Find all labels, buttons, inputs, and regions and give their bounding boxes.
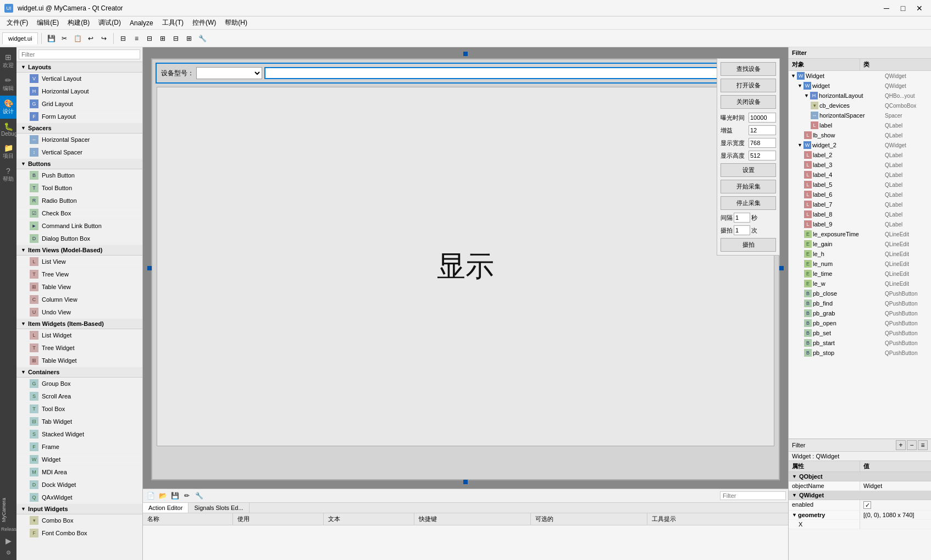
toolbar-copy-btn[interactable]: 📋 xyxy=(71,32,84,45)
obj-row-label8[interactable]: L label_8 QLabel xyxy=(789,209,931,219)
maximize-button[interactable]: □ xyxy=(896,3,910,14)
action-new-btn[interactable]: 📄 xyxy=(145,490,156,501)
prop-value-enabled[interactable]: ✓ xyxy=(860,500,931,510)
widget-command-link-button[interactable]: ► Command Link Button xyxy=(16,220,142,232)
widget-horizontal-spacer[interactable]: ↔ Horizontal Spacer xyxy=(16,134,142,146)
widget-tree-widget[interactable]: T Tree Widget xyxy=(16,342,142,354)
sidebar-build-run[interactable]: ⚙ xyxy=(0,547,16,558)
section-qwidget[interactable]: ▼ QWidget xyxy=(789,491,931,500)
toolbar-align-left[interactable]: ⊟ xyxy=(117,32,129,45)
obj-row-label2[interactable]: L label_2 QLabel xyxy=(789,150,931,160)
tab-signals-slots[interactable]: Signals Slots Ed... xyxy=(189,503,249,513)
obj-row-le-w[interactable]: E le_w QLineEdit xyxy=(789,279,931,289)
close-button[interactable]: ✕ xyxy=(912,3,927,14)
toolbar-preview[interactable]: ⊞ xyxy=(183,32,195,45)
widget-form-layout[interactable]: F Form Layout xyxy=(16,110,142,123)
snapshot-button[interactable]: 摄拍 xyxy=(721,238,776,252)
props-remove-button[interactable]: − xyxy=(907,440,917,450)
toolbar-align-center[interactable]: ≡ xyxy=(130,32,142,45)
obj-row-le-h[interactable]: E le_h QLineEdit xyxy=(789,249,931,259)
display-width-input[interactable] xyxy=(749,138,776,148)
obj-row-widget-child[interactable]: ▼ W widget QWidget xyxy=(789,81,931,91)
menu-tools[interactable]: 工具(T) xyxy=(158,17,188,29)
menu-build[interactable]: 构建(B) xyxy=(63,17,94,29)
menu-file[interactable]: 文件(F) xyxy=(2,17,32,29)
obj-row-widget2[interactable]: ▼ W widget_2 QWidget xyxy=(789,140,931,150)
minimize-button[interactable]: ─ xyxy=(879,3,894,14)
obj-row-widget[interactable]: ▼ W Widget QWidget xyxy=(789,71,931,81)
obj-row-hlayout[interactable]: ▼ H horizontalLayout QHBo...yout xyxy=(789,91,931,101)
widget-tool-box[interactable]: T Tool Box xyxy=(16,403,142,415)
toolbar-undo-btn[interactable]: ↩ xyxy=(85,32,97,45)
widget-check-box[interactable]: ☑ Check Box xyxy=(16,207,142,220)
widget-undo-view[interactable]: U Undo View xyxy=(16,306,142,319)
widget-tool-button[interactable]: T Tool Button xyxy=(16,182,142,195)
section-qobject[interactable]: ▼ QObject xyxy=(789,472,931,481)
widget-list-view[interactable]: L List View xyxy=(16,256,142,268)
obj-row-pb-set[interactable]: B pb_set QPushButton xyxy=(789,328,931,338)
device-lineedit[interactable] xyxy=(264,67,770,79)
action-open-btn[interactable]: 📂 xyxy=(157,490,168,501)
obj-row-label3[interactable]: L label_3 QLabel xyxy=(789,160,931,170)
toolbar-cut-btn[interactable]: ✂ xyxy=(58,32,70,45)
obj-row-label4[interactable]: L label_4 QLabel xyxy=(789,170,931,180)
action-save-btn[interactable]: 💾 xyxy=(169,490,180,501)
action-filter-input[interactable] xyxy=(720,491,786,500)
stop-capture-button[interactable]: 停止采集 xyxy=(721,196,776,210)
obj-row-le-gain[interactable]: E le_gain QLineEdit xyxy=(789,239,931,249)
form-canvas[interactable]: 设备型号： 显示 xyxy=(151,58,780,480)
widget-tab-widget[interactable]: ⊟ Tab Widget xyxy=(16,415,142,428)
sidebar-mycamera[interactable]: MyCamera xyxy=(0,496,16,524)
sidebar-debug[interactable]: 🐛Debug xyxy=(0,119,16,140)
snapshot-count-input[interactable] xyxy=(734,225,750,235)
menu-analyze[interactable]: Analyze xyxy=(125,18,158,28)
obj-row-hspacer[interactable]: ↔ horizontalSpacer Spacer xyxy=(789,110,931,120)
toolbar-save-btn[interactable]: 💾 xyxy=(45,32,57,45)
exposure-time-input[interactable] xyxy=(749,113,776,123)
widget-table-view[interactable]: ⊞ Table View xyxy=(16,281,142,293)
obj-row-label6[interactable]: L label_6 QLabel xyxy=(789,190,931,199)
prop-value-objectname[interactable]: Widget xyxy=(860,481,931,490)
category-spacers[interactable]: Spacers xyxy=(16,123,142,134)
widget-stacked-widget[interactable]: S Stacked Widget xyxy=(16,428,142,441)
settings-button[interactable]: 设置 xyxy=(721,163,776,177)
toolbar-settings[interactable]: 🔧 xyxy=(196,32,208,45)
sidebar-run[interactable]: ▶ xyxy=(0,534,16,547)
category-buttons[interactable]: Buttons xyxy=(16,159,142,169)
obj-row-pb-stop[interactable]: B pb_stop QPushButton xyxy=(789,348,931,358)
category-containers[interactable]: Containers xyxy=(16,367,142,378)
widget-group-box[interactable]: G Group Box xyxy=(16,378,142,390)
obj-row-le-time[interactable]: E le_time QLineEdit xyxy=(789,269,931,279)
widget-combo-box[interactable]: ▾ Combo Box xyxy=(16,514,142,527)
widget-push-button[interactable]: B Push Button xyxy=(16,169,142,182)
menu-edit[interactable]: 编辑(E) xyxy=(32,17,63,29)
sidebar-design[interactable]: 🎨设计 xyxy=(0,96,16,119)
props-add-button[interactable]: + xyxy=(896,440,906,450)
display-height-input[interactable] xyxy=(749,151,776,160)
action-settings-btn[interactable]: 🔧 xyxy=(193,490,204,501)
widget-column-view[interactable]: C Column View xyxy=(16,293,142,306)
widget-widget[interactable]: W Widget xyxy=(16,453,142,466)
obj-row-pb-grab[interactable]: B pb_grab QPushButton xyxy=(789,308,931,318)
widget-table-widget[interactable]: ⊞ Table Widget xyxy=(16,354,142,367)
query-device-button[interactable]: 查找设备 xyxy=(721,62,776,76)
action-edit-btn[interactable]: ✏ xyxy=(181,490,192,501)
sidebar-release[interactable]: Release xyxy=(0,524,16,534)
obj-row-lb-show[interactable]: L lb_show QLabel xyxy=(789,130,931,140)
widget-tree-view[interactable]: T Tree View xyxy=(16,268,142,281)
widget-grid-layout[interactable]: G Grid Layout xyxy=(16,98,142,110)
category-item-widgets[interactable]: Item Widgets (Item-Based) xyxy=(16,319,142,329)
menu-controls[interactable]: 控件(W) xyxy=(188,17,220,29)
widget-dock-widget[interactable]: D Dock Widget xyxy=(16,479,142,491)
interval-input[interactable] xyxy=(734,213,750,223)
widget-radio-button[interactable]: R Radio Button xyxy=(16,195,142,207)
device-combo[interactable] xyxy=(196,67,262,79)
menu-debug[interactable]: 调试(D) xyxy=(94,17,125,29)
menu-help[interactable]: 帮助(H) xyxy=(220,17,252,29)
category-layouts[interactable]: Layouts xyxy=(16,62,142,73)
prop-name-geometry[interactable]: ▼ geometry xyxy=(789,511,860,519)
start-capture-button[interactable]: 开始采集 xyxy=(721,180,776,193)
category-item-views[interactable]: Item Views (Model-Based) xyxy=(16,245,142,256)
obj-row-pb-find[interactable]: B pb_find QPushButton xyxy=(789,298,931,308)
toolbar-grid2[interactable]: ⊟ xyxy=(170,32,182,45)
